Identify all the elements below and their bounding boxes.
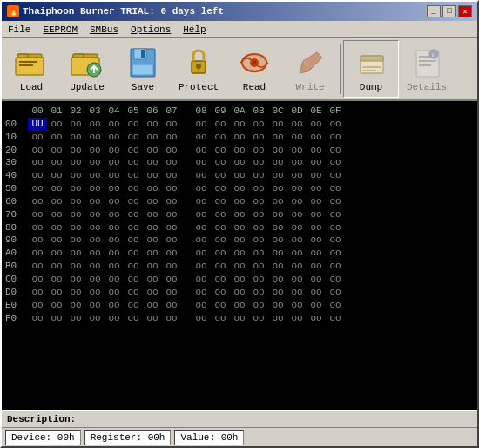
menu-smbus[interactable]: SMBus — [87, 24, 121, 35]
hex-byte-50-7[interactable]: oo — [162, 182, 181, 195]
hex-byte-20-5[interactable]: oo — [124, 144, 143, 157]
hex-byte-70-10[interactable]: oo — [230, 208, 249, 221]
hex-byte-00-6[interactable]: oo — [143, 118, 162, 131]
maximize-button[interactable]: □ — [442, 5, 456, 17]
hex-byte-C0-5[interactable]: oo — [124, 273, 143, 286]
hex-byte-80-13[interactable]: oo — [287, 221, 307, 234]
hex-byte-B0-15[interactable]: oo — [326, 260, 345, 273]
hex-byte-40-12[interactable]: oo — [268, 169, 287, 182]
hex-byte-00-7[interactable]: oo — [162, 118, 181, 131]
hex-byte-40-5[interactable]: oo — [124, 169, 143, 182]
menu-file[interactable]: File — [5, 24, 33, 35]
hex-byte-90-4[interactable]: oo — [105, 234, 124, 247]
hex-byte-D0-6[interactable]: oo — [143, 286, 162, 299]
hex-byte-D0-0[interactable]: oo — [28, 286, 47, 299]
hex-byte-00-11[interactable]: oo — [249, 118, 268, 131]
read-button[interactable]: Read — [226, 40, 282, 98]
hex-byte-A0-6[interactable]: oo — [143, 247, 162, 260]
hex-byte-D0-10[interactable]: oo — [230, 286, 249, 299]
hex-byte-C0-1[interactable]: oo — [47, 273, 66, 286]
hex-byte-E0-5[interactable]: oo — [124, 299, 143, 312]
hex-byte-B0-6[interactable]: oo — [143, 260, 162, 273]
hex-byte-20-14[interactable]: oo — [307, 144, 326, 157]
hex-byte-70-0[interactable]: oo — [28, 208, 47, 221]
hex-byte-00-13[interactable]: oo — [287, 118, 307, 131]
hex-byte-20-2[interactable]: oo — [66, 144, 85, 157]
hex-byte-30-15[interactable]: oo — [326, 156, 345, 169]
hex-byte-10-6[interactable]: oo — [143, 131, 162, 144]
hex-byte-A0-12[interactable]: oo — [268, 247, 287, 260]
hex-byte-40-6[interactable]: oo — [143, 169, 162, 182]
hex-byte-50-0[interactable]: oo — [28, 182, 47, 195]
hex-byte-70-2[interactable]: oo — [66, 208, 85, 221]
hex-byte-80-2[interactable]: oo — [66, 221, 85, 234]
menu-options[interactable]: Options — [128, 24, 173, 35]
hex-byte-90-5[interactable]: oo — [124, 234, 143, 247]
hex-byte-20-6[interactable]: oo — [143, 144, 162, 157]
hex-byte-50-5[interactable]: oo — [124, 182, 143, 195]
hex-byte-E0-1[interactable]: oo — [47, 299, 66, 312]
hex-byte-B0-12[interactable]: oo — [268, 260, 287, 273]
hex-byte-A0-7[interactable]: oo — [162, 247, 181, 260]
hex-byte-30-4[interactable]: oo — [105, 156, 124, 169]
hex-byte-30-3[interactable]: oo — [85, 156, 105, 169]
hex-byte-40-0[interactable]: oo — [28, 169, 47, 182]
hex-byte-90-12[interactable]: oo — [268, 234, 287, 247]
hex-byte-B0-2[interactable]: oo — [66, 260, 85, 273]
hex-byte-F0-9[interactable]: oo — [211, 312, 230, 325]
hex-byte-90-0[interactable]: oo — [28, 234, 47, 247]
hex-byte-10-15[interactable]: oo — [326, 131, 345, 144]
hex-byte-70-12[interactable]: oo — [268, 208, 287, 221]
hex-byte-60-9[interactable]: oo — [211, 195, 230, 208]
hex-byte-C0-11[interactable]: oo — [249, 273, 268, 286]
hex-byte-20-0[interactable]: oo — [28, 144, 47, 157]
hex-byte-C0-0[interactable]: oo — [28, 273, 47, 286]
hex-byte-10-0[interactable]: oo — [28, 131, 47, 144]
hex-byte-10-9[interactable]: oo — [211, 131, 230, 144]
hex-byte-C0-7[interactable]: oo — [162, 273, 181, 286]
dump-button[interactable]: Dump — [343, 40, 399, 98]
hex-byte-60-13[interactable]: oo — [287, 195, 307, 208]
hex-byte-20-7[interactable]: oo — [162, 144, 181, 157]
hex-byte-C0-14[interactable]: oo — [307, 273, 326, 286]
hex-byte-00-4[interactable]: oo — [105, 118, 124, 131]
hex-byte-30-1[interactable]: oo — [47, 156, 66, 169]
hex-byte-F0-11[interactable]: oo — [249, 312, 268, 325]
hex-byte-90-2[interactable]: oo — [66, 234, 85, 247]
hex-byte-10-14[interactable]: oo — [307, 131, 326, 144]
hex-byte-A0-5[interactable]: oo — [124, 247, 143, 260]
hex-byte-60-11[interactable]: oo — [249, 195, 268, 208]
hex-byte-B0-9[interactable]: oo — [211, 260, 230, 273]
hex-byte-D0-13[interactable]: oo — [287, 286, 307, 299]
hex-byte-80-5[interactable]: oo — [124, 221, 143, 234]
hex-byte-D0-2[interactable]: oo — [66, 286, 85, 299]
hex-byte-10-10[interactable]: oo — [230, 131, 249, 144]
hex-byte-60-10[interactable]: oo — [230, 195, 249, 208]
hex-byte-60-1[interactable]: oo — [47, 195, 66, 208]
hex-byte-70-5[interactable]: oo — [124, 208, 143, 221]
hex-byte-40-14[interactable]: oo — [307, 169, 326, 182]
hex-byte-80-6[interactable]: oo — [143, 221, 162, 234]
hex-byte-A0-4[interactable]: oo — [105, 247, 124, 260]
hex-byte-E0-4[interactable]: oo — [105, 299, 124, 312]
hex-byte-30-0[interactable]: oo — [28, 156, 47, 169]
hex-byte-40-9[interactable]: oo — [211, 169, 230, 182]
hex-byte-10-3[interactable]: oo — [85, 131, 105, 144]
hex-byte-C0-6[interactable]: oo — [143, 273, 162, 286]
hex-byte-70-1[interactable]: oo — [47, 208, 66, 221]
hex-byte-60-6[interactable]: oo — [143, 195, 162, 208]
hex-byte-30-6[interactable]: oo — [143, 156, 162, 169]
hex-byte-90-10[interactable]: oo — [230, 234, 249, 247]
hex-byte-20-9[interactable]: oo — [211, 144, 230, 157]
hex-byte-20-15[interactable]: oo — [326, 144, 345, 157]
hex-byte-E0-8[interactable]: oo — [192, 299, 211, 312]
hex-byte-30-9[interactable]: oo — [211, 156, 230, 169]
hex-byte-E0-2[interactable]: oo — [66, 299, 85, 312]
hex-byte-A0-8[interactable]: oo — [192, 247, 211, 260]
hex-byte-A0-10[interactable]: oo — [230, 247, 249, 260]
hex-byte-D0-3[interactable]: oo — [85, 286, 105, 299]
hex-byte-50-14[interactable]: oo — [307, 182, 326, 195]
hex-byte-D0-7[interactable]: oo — [162, 286, 181, 299]
hex-byte-B0-14[interactable]: oo — [307, 260, 326, 273]
hex-byte-E0-10[interactable]: oo — [230, 299, 249, 312]
